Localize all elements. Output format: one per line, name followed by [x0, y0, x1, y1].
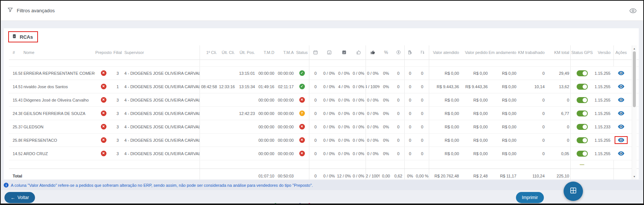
metric-percent-cell: 0%: [380, 134, 392, 147]
rca-id-cell: 16.589: [9, 67, 22, 80]
metric-dollar-coin-cell: 0: [392, 147, 404, 160]
gps-toggle[interactable]: [577, 70, 588, 76]
scrollbar-thumb[interactable]: [633, 51, 636, 107]
view-action-button[interactable]: [618, 84, 624, 89]
rca-nome-cell: GLEDSON: [22, 120, 95, 133]
header-km_trabalhado: KM trabalhado: [517, 45, 546, 60]
rca-ultimo-cliente-cell: [218, 120, 236, 133]
status-gps-cell: [570, 67, 593, 80]
valor-atendido-cell: R$ 0,00: [429, 147, 460, 160]
section-title: RCAs: [20, 34, 33, 40]
visibility-eye-icon[interactable]: [629, 8, 637, 13]
metric-calendar-busy-cell: 0 / 0%: [337, 93, 351, 106]
metric-dollar-coin-cell: 0: [392, 67, 404, 80]
status-gps-cell: [570, 80, 593, 93]
rca-id-cell: 14.524: [9, 147, 22, 160]
rca-id-cell: 25.860: [9, 134, 22, 147]
rca-nome-cell: nivaldo Jose dos Santos: [22, 80, 95, 93]
metric-percent-cell: 0%: [380, 80, 392, 93]
metric-fuel-pump-cell: 0: [404, 147, 415, 160]
view-action-button[interactable]: [618, 151, 624, 156]
footer-logo-dot-pink: [308, 203, 310, 205]
metric-dollar-coin-cell: 0: [392, 107, 404, 120]
table-row: 25.370GLEDSON✕34 - DIOGENES JOSE OLIVEIR…: [9, 120, 639, 134]
gps-toggle[interactable]: [577, 110, 588, 116]
versao-cell: 1.15.255: [593, 147, 613, 160]
annotation-box-eye: [615, 136, 628, 144]
header-nome: Nome: [22, 45, 95, 60]
error-icon: ✕: [101, 84, 106, 89]
rca-ultima-posicao-cell: 12:42:23: [236, 107, 256, 120]
rca-filial-cell: 3: [112, 147, 123, 160]
view-action-button[interactable]: [618, 97, 624, 102]
metric-calendar-busy-cell: 0 / 0%: [337, 147, 351, 160]
header-calendar: [309, 45, 322, 60]
error-icon: ✕: [101, 110, 106, 116]
header-fuel-pump: [404, 45, 415, 60]
error-icon: ✕: [299, 151, 305, 156]
rca-tma-cell: 00:00:00: [275, 67, 295, 80]
rcas-table: #NomePrepostoFilialSupervisor1º Cli.Últ.…: [4, 45, 639, 183]
rca-nome-cell: ARDO CRUZ: [22, 147, 95, 160]
valor-pedido-cell: R$ 0,00: [460, 93, 489, 106]
view-action-button[interactable]: [618, 124, 624, 129]
view-action-button[interactable]: [618, 71, 624, 76]
rca-supervisor-cell: 4 - DIOGENES JOSE OLIVEIRA CARVALHO: [123, 147, 200, 160]
spacer-cell: [404, 160, 429, 169]
km-total-cell: 0: [546, 134, 570, 147]
rca-filial-cell: 3: [112, 107, 123, 120]
spacer-cell: [200, 60, 309, 66]
app-screen: Filtros avançados RCAs #NomePrepostoFili…: [0, 0, 644, 205]
rca-tmd-cell: 00:00:00: [256, 147, 275, 160]
rca-nome-cell: GEILSON FERREIRA DE SOUZA: [22, 107, 95, 120]
metric-sort-descending-cell: 0: [415, 80, 429, 93]
metric-calendar-cell: 0: [309, 107, 322, 120]
gps-toggle[interactable]: [577, 137, 588, 143]
spacer-cell: [613, 60, 628, 66]
filters-toggle[interactable]: Filtros avançados: [7, 7, 55, 14]
view-action-button[interactable]: [618, 138, 624, 142]
table-row: 15.418Diógenes José de Oliveira Carvalho…: [9, 93, 639, 107]
gps-toggle[interactable]: [577, 84, 588, 90]
metric-dollar-coin-cell: 0: [392, 93, 404, 106]
metric-percent-cell: 0%: [380, 107, 392, 120]
rca-preposto-cell: ✕: [95, 93, 112, 106]
scroll-up-arrow[interactable]: [632, 46, 637, 51]
km-trabalhado-cell: 0: [517, 147, 546, 160]
clipboard-icon: [12, 33, 17, 40]
spacer-cell: [404, 60, 429, 66]
valor-atendido-cell: R$ 0,00: [429, 120, 460, 133]
km-trabalhado-cell: 10,14: [517, 80, 546, 93]
header-supervisor: Supervisor: [123, 45, 200, 60]
rca-primeiro-cliente-cell: [200, 67, 218, 80]
metric-thumbs-up-filled-cell: 0 / 0%: [366, 107, 380, 120]
status-gps-cell: [570, 120, 593, 133]
check-icon: ✓: [299, 70, 305, 76]
gps-toggle[interactable]: [577, 97, 588, 103]
error-icon: ✕: [101, 124, 106, 129]
error-icon: ✕: [299, 137, 305, 143]
spacer-cell: [613, 160, 628, 169]
rca-tma-cell: 00:00:00: [275, 120, 295, 133]
header-valor_pedido: Valor pedido: [460, 45, 489, 60]
error-icon: ✕: [299, 124, 305, 129]
grid-fab-button[interactable]: [564, 182, 583, 201]
scroll-down-arrow[interactable]: [632, 174, 637, 179]
fuel-pump-icon: [408, 50, 412, 55]
gps-toggle[interactable]: [577, 124, 588, 130]
rca-ultima-posicao-cell: [236, 147, 256, 160]
rca-primeiro-cliente-cell: [200, 120, 218, 133]
arrow-left-icon: [10, 195, 15, 201]
km-total-cell: 0,05: [546, 147, 570, 160]
metric-thumbs-up-outline-cell: 0 / 0%: [351, 93, 366, 106]
valor-atendido-cell: R$ 0,00: [429, 93, 460, 106]
voltar-button[interactable]: Voltar: [4, 192, 35, 203]
metric-calendar-cell: 0: [309, 80, 322, 93]
rca-nome-cell: REPRESENTACO: [22, 134, 95, 147]
imprimir-button[interactable]: Imprimir: [516, 192, 544, 203]
view-action-button[interactable]: [618, 111, 624, 116]
gps-toggle[interactable]: [577, 151, 588, 157]
metric-fuel-pump-cell: 0: [404, 67, 415, 80]
table-scrollbar[interactable]: [632, 45, 637, 179]
rca-ultimo-cliente-cell: 12:33:16: [218, 80, 236, 93]
